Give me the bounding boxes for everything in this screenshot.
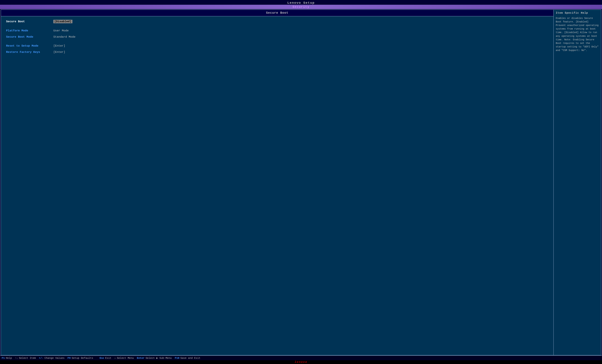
help-text: Enables or disables Secure Boot feature.… (556, 17, 599, 52)
f9-desc: Setup Defaults (72, 357, 93, 360)
f1-desc: Help (6, 357, 12, 360)
section-title: Secure Boot (266, 11, 288, 15)
reset-setup-label: Reset to Setup Mode (6, 44, 53, 47)
settings-area: Secure Boot [Disabled] Platform Mode Use… (1, 16, 553, 355)
enter-desc: Select ▶ Sub-Menu (146, 356, 172, 360)
section-title-bar: Secure Boot (1, 10, 553, 16)
setting-row-restore-keys[interactable]: Restore Factory Keys [Enter] (6, 51, 548, 54)
main-content-area: Secure Boot Secure Boot [Disabled] Platf… (1, 10, 601, 355)
help-panel-title: Item Specific Help (556, 11, 599, 14)
footer-esc: Esc Exit (100, 357, 111, 360)
setting-row-secure-boot[interactable]: Secure Boot [Disabled] (6, 20, 548, 23)
footer-f10: F10 Save and Exit (175, 357, 200, 360)
secure-boot-mode-value: Standard Mode (53, 35, 75, 39)
secure-boot-label: Secure Boot (6, 20, 53, 23)
footer-leftright: ↔ Select Menu (114, 357, 134, 360)
secure-boot-mode-label: Secure Boot Mode (6, 35, 53, 39)
plusminus-key: +/- (39, 357, 43, 360)
updown-arrows: ↑↓ (15, 357, 18, 359)
footer-plusminus: +/- Change Values (39, 357, 64, 360)
updown-desc: Select Item (19, 357, 36, 360)
footer-f9: F9 Setup Defaults (67, 357, 93, 360)
security-tab[interactable]: Security (292, 5, 310, 9)
spacer-2 (6, 42, 548, 44)
leftright-arrows: ↔ (114, 357, 116, 359)
spacer-1 (6, 26, 548, 29)
lenovo-logo: lenovo (295, 361, 307, 364)
setting-row-platform-mode[interactable]: Platform Mode User Mode (6, 29, 548, 32)
restore-keys-label: Restore Factory Keys (6, 51, 53, 54)
platform-mode-label: Platform Mode (6, 29, 53, 32)
f9-key: F9 (67, 357, 71, 360)
enter-key: Enter (137, 357, 145, 360)
footer-enter: Enter Select ▶ Sub-Menu (137, 356, 172, 360)
platform-mode-value: User Mode (53, 29, 69, 32)
esc-desc: Exit (105, 357, 111, 360)
right-panel: Item Specific Help Enables or disables S… (554, 10, 601, 355)
restore-keys-value: [Enter] (53, 51, 65, 54)
left-panel: Secure Boot Secure Boot [Disabled] Platf… (1, 10, 554, 355)
plusminus-desc: Change Values (44, 357, 64, 360)
tab-bar: Security (0, 5, 602, 9)
footer-updown: ↑↓ Select Item (15, 357, 36, 360)
lenovo-bar: lenovo (0, 360, 602, 364)
footer-f1: F1 Help (2, 357, 12, 360)
setting-row-secure-boot-mode[interactable]: Secure Boot Mode Standard Mode (6, 35, 548, 39)
footer: F1 Help ↑↓ Select Item +/- Change Values… (0, 355, 602, 360)
reset-setup-value: [Enter] (53, 44, 65, 47)
f10-key: F10 (175, 357, 179, 360)
setting-row-reset-setup[interactable]: Reset to Setup Mode [Enter] (6, 44, 548, 47)
f10-desc: Save and Exit (181, 357, 200, 360)
bios-screen: Lenovo Setup Security Secure Boot Secure… (0, 0, 602, 364)
f1-key: F1 (2, 357, 5, 360)
bios-title: Lenovo Setup (0, 1, 602, 5)
leftright-desc: Select Menu (117, 357, 134, 360)
secure-boot-value[interactable]: [Disabled] (53, 20, 72, 23)
esc-key: Esc (100, 357, 104, 360)
bios-header: Lenovo Setup Security (0, 0, 602, 10)
